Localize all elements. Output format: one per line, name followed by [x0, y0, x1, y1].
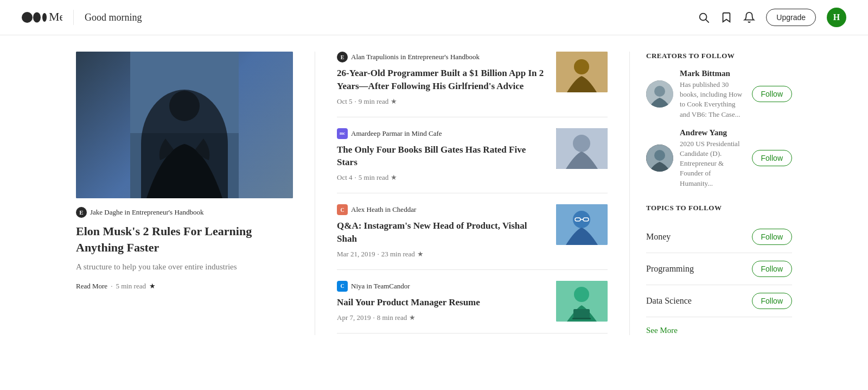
topic-name[interactable]: Money [646, 232, 671, 242]
logo[interactable]: Medium [22, 7, 62, 28]
sidebar: CREATORS TO FOLLOW Mark Bittman Has publ… [629, 52, 792, 335]
featured-article: E Jake Daghe in Entrepreneur's Handbook … [76, 52, 293, 335]
read-more-link[interactable]: Read More [76, 282, 107, 291]
creator-item: Andrew Yang 2020 US Presidential Candida… [646, 128, 792, 188]
creator-desc: Has published 30 books, including How to… [680, 80, 745, 119]
featured-author-name[interactable]: Jake Daghe [90, 208, 123, 216]
svg-point-1 [33, 12, 41, 23]
article-star: ★ [391, 97, 397, 106]
featured-pub-icon: E [76, 207, 87, 218]
pub-icon: E [337, 52, 348, 62]
creator-name[interactable]: Mark Bittman [680, 69, 745, 78]
article-star: ★ [391, 173, 397, 182]
article-read-time: 8 min read [377, 313, 407, 322]
article-author[interactable]: Niya [351, 282, 365, 290]
article-meta: Mar 21, 2019 · 23 min read ★ [337, 250, 545, 259]
svg-text:Medium: Medium [49, 10, 62, 23]
article-item: E Alan Trapulionis in Entrepreneur's Han… [337, 52, 608, 117]
article-publication[interactable]: Mind Cafe [412, 129, 442, 137]
article-date: Oct 5 [337, 97, 353, 106]
follow-data-science-button[interactable]: Follow [752, 293, 792, 309]
upgrade-button[interactable]: Upgrade [766, 9, 816, 26]
article-title[interactable]: Nail Your Product Manager Resume [337, 296, 545, 309]
article-thumbnail [556, 204, 608, 245]
article-publication[interactable]: Entrepreneur's Handbook [407, 53, 480, 61]
follow-creator-2-button[interactable]: Follow [752, 150, 792, 166]
featured-author-line: E Jake Daghe in Entrepreneur's Handbook [76, 207, 293, 218]
article-author[interactable]: Alan Trapulionis [351, 53, 399, 61]
svg-point-8 [169, 91, 200, 121]
article-title[interactable]: Q&A: Instagram's New Head of Product, Vi… [337, 219, 545, 246]
articles-list: E Alan Trapulionis in Entrepreneur's Han… [315, 52, 608, 335]
thumb-image [556, 204, 608, 245]
article-read-time: 5 min read [359, 173, 389, 182]
topics-section: TOPICS TO FOLLOW Money Follow Programmin… [646, 204, 792, 335]
article-body: C Alex Heath in Cheddar Q&A: Instagram's… [337, 204, 545, 259]
article-item: C Niya in TeamCandor Nail Your Product M… [337, 270, 608, 334]
featured-photo [130, 52, 239, 198]
follow-programming-button[interactable]: Follow [752, 261, 792, 277]
svg-line-5 [706, 20, 709, 22]
search-icon[interactable] [698, 11, 710, 23]
article-body: mc Amardeep Parmar in Mind Cafe The Only… [337, 128, 545, 183]
svg-point-19 [574, 287, 589, 302]
article-title[interactable]: 26-Year-Old Programmer Built a $1 Billio… [337, 67, 545, 93]
creator-item: Mark Bittman Has published 30 books, inc… [646, 69, 792, 119]
header-divider [73, 10, 74, 25]
topic-item: Programming Follow [646, 253, 792, 285]
topic-name[interactable]: Data Science [646, 296, 692, 306]
featured-image [76, 52, 293, 198]
topics-section-title: TOPICS TO FOLLOW [646, 204, 792, 212]
article-meta: Oct 5 · 9 min read ★ [337, 97, 545, 106]
creator-name[interactable]: Andrew Yang [680, 128, 745, 137]
main-content: E Jake Daghe in Entrepreneur's Handbook … [54, 35, 814, 351]
see-more-link[interactable]: See More [646, 326, 792, 335]
svg-point-10 [574, 59, 589, 74]
article-title[interactable]: The Only Four Books Bill Gates Has Rated… [337, 143, 545, 169]
article-item: mc Amardeep Parmar in Mind Cafe The Only… [337, 117, 608, 194]
article-publication[interactable]: Cheddar [392, 205, 416, 213]
thumb-image [556, 52, 608, 92]
article-date: Mar 21, 2019 [337, 250, 375, 259]
creator-photo [646, 144, 673, 172]
svg-point-0 [22, 12, 33, 23]
featured-star-icon: ★ [149, 282, 156, 291]
creator-info: Andrew Yang 2020 US Presidential Candida… [680, 128, 745, 188]
featured-meta: Read More · 5 min read ★ [76, 282, 293, 291]
topic-name[interactable]: Programming [646, 264, 694, 274]
article-author-line: E Alan Trapulionis in Entrepreneur's Han… [337, 52, 545, 62]
pub-icon: C [337, 281, 348, 292]
article-author[interactable]: Alex Heath [351, 205, 384, 213]
article-date: Oct 4 [337, 173, 353, 182]
creator-desc: 2020 US Presidential Candidate (D). Entr… [680, 139, 745, 188]
article-body: E Alan Trapulionis in Entrepreneur's Han… [337, 52, 545, 106]
pub-icon: mc [337, 128, 348, 139]
svg-point-23 [654, 86, 665, 97]
follow-creator-1-button[interactable]: Follow [752, 86, 792, 102]
article-author-line: C Alex Heath in Cheddar [337, 204, 545, 215]
pub-icon: C [337, 204, 348, 215]
creator-avatar [646, 144, 673, 172]
follow-money-button[interactable]: Follow [752, 229, 792, 245]
article-author[interactable]: Amardeep Parmar [351, 129, 403, 137]
svg-rect-7 [130, 52, 239, 133]
bell-icon[interactable] [743, 11, 755, 23]
creator-photo [646, 80, 673, 108]
medium-logo-svg: Medium [22, 7, 62, 28]
article-publication[interactable]: TeamCandor [374, 282, 410, 290]
featured-subtitle: A structure to help you take over entire… [76, 261, 293, 273]
svg-point-25 [654, 150, 665, 161]
featured-publication[interactable]: Entrepreneur's Handbook [132, 208, 204, 216]
article-meta: Apr 7, 2019 · 8 min read ★ [337, 313, 545, 322]
featured-title[interactable]: Elon Musk's 2 Rules For Learning Anythin… [76, 223, 293, 255]
header: Medium Good morning Upgrade H [0, 0, 868, 35]
topic-item: Data Science Follow [646, 285, 792, 317]
article-read-time: 9 min read [359, 97, 389, 106]
article-item: C Alex Heath in Cheddar Q&A: Instagram's… [337, 193, 608, 270]
bookmark-icon[interactable] [720, 11, 732, 23]
user-avatar[interactable]: H [827, 8, 846, 27]
article-date: Apr 7, 2019 [337, 313, 371, 322]
header-greeting: Good morning [85, 12, 142, 23]
article-thumbnail [556, 281, 608, 322]
article-author-line: mc Amardeep Parmar in Mind Cafe [337, 128, 545, 139]
